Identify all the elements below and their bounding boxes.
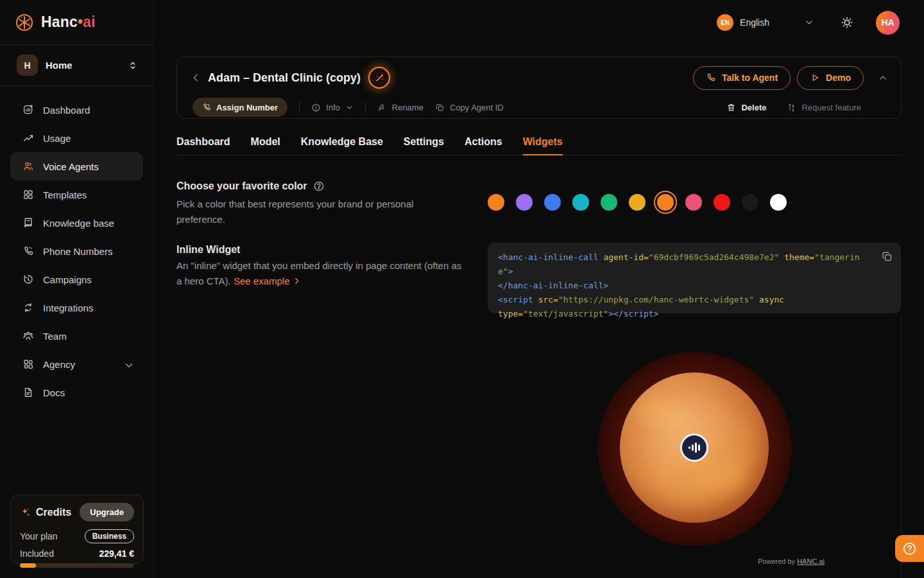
sidebar-item-label: Templates (43, 189, 87, 200)
history-icon (22, 274, 34, 285)
sidebar-item-label: Usage (43, 133, 71, 144)
see-example-link[interactable]: See example (234, 276, 301, 286)
chevron-down-icon (804, 17, 814, 28)
chevron-down-icon (123, 360, 133, 369)
select-arrows-icon (128, 60, 138, 71)
powered-by-link[interactable]: HANC.ai (797, 557, 825, 565)
credits-title: Credits (20, 507, 71, 518)
embed-code-lines: <hanc-ai-inline-call agent-id="69dcbf969… (498, 250, 873, 321)
help-fab-button[interactable] (895, 535, 924, 562)
tab-dashboard[interactable]: Dashboard (176, 136, 230, 155)
voice-agents-icon (22, 161, 34, 172)
usage-icon (22, 132, 34, 144)
upgrade-button[interactable]: Upgrade (80, 503, 134, 521)
color-swatch-orange[interactable] (488, 194, 504, 211)
copy-icon (435, 103, 445, 112)
color-swatch-green[interactable] (601, 194, 617, 211)
dashboard-icon (22, 104, 34, 116)
back-chevron-icon[interactable] (190, 72, 201, 83)
sidebar-item-label: Team (43, 331, 67, 342)
talk-to-agent-button[interactable]: Talk to Agent (693, 66, 791, 90)
color-swatch-purple[interactable] (516, 194, 533, 211)
app-frame: Hanc•ai H Home DashboardUsageVoice Agent… (0, 0, 924, 578)
sidebar-item-team[interactable]: Team (10, 322, 143, 350)
templates-icon (22, 189, 34, 200)
sidebar: Hanc•ai H Home DashboardUsageVoice Agent… (0, 0, 154, 578)
workspace-name: Home (46, 60, 120, 71)
powered-by: Powered by HANC.ai (758, 557, 825, 565)
brand-logo[interactable]: Hanc•ai (0, 0, 153, 45)
phone-call-icon (706, 73, 716, 83)
sidebar-item-docs[interactable]: Docs (10, 378, 143, 407)
sparkle-icon (20, 507, 31, 518)
help-question-icon[interactable] (313, 180, 325, 192)
delete-button[interactable]: Delete (726, 103, 766, 112)
color-swatch-teal[interactable] (572, 194, 589, 211)
copy-agent-id-button[interactable]: Copy Agent ID (435, 103, 504, 112)
tab-widgets[interactable]: Widgets (523, 136, 563, 155)
tab-model[interactable]: Model (251, 136, 280, 155)
info-button[interactable]: Info (311, 103, 354, 112)
sidebar-item-voice-agents[interactable]: Voice Agents (10, 152, 143, 180)
color-swatches (488, 194, 787, 211)
sidebar-item-campaigns[interactable]: Campaigns (10, 265, 143, 293)
sidebar-item-label: Voice Agents (43, 161, 99, 172)
sidebar-item-label: Knowledge base (43, 218, 114, 229)
copy-code-icon[interactable] (881, 250, 893, 263)
code-line: type="text/javascript"></script> (498, 307, 873, 321)
trash-icon (726, 103, 736, 112)
color-swatch-white[interactable] (770, 194, 787, 211)
sidebar-item-templates[interactable]: Templates (10, 180, 143, 209)
citrus-logo-icon (14, 12, 35, 33)
credits-progress-fill (20, 563, 36, 568)
magic-wand-badge[interactable] (368, 67, 390, 89)
code-line: </hanc-ai-inline-call> (498, 279, 873, 293)
credits-card: Credits Upgrade Your plan Business Inclu… (10, 495, 144, 564)
agent-header-card: Adam – Dental Clinic (copy) Talk to Agen… (176, 57, 902, 119)
agent-title: Adam – Dental Clinic (copy) (208, 71, 361, 85)
color-swatch-tangerine[interactable] (657, 194, 674, 211)
theme-toggle-sun-icon[interactable] (840, 15, 854, 30)
tab-actions[interactable]: Actions (465, 136, 502, 155)
color-swatch-amber[interactable] (629, 194, 646, 211)
agent-tabs: DashboardModelKnowledge BaseSettingsActi… (176, 136, 902, 155)
tab-knowledge-base[interactable]: Knowledge Base (301, 136, 383, 155)
play-icon (810, 73, 820, 83)
sidebar-item-phone-numbers[interactable]: Phone Numbers (10, 237, 143, 265)
assign-number-button[interactable]: Assign Number (193, 98, 287, 117)
rename-button[interactable]: Rename (377, 103, 424, 112)
tab-settings[interactable]: Settings (404, 136, 444, 155)
sidebar-item-label: Dashboard (43, 105, 90, 116)
sidebar-item-knowledge-base[interactable]: Knowledge base (10, 209, 143, 237)
color-swatch-blue[interactable] (544, 194, 561, 211)
color-swatch-black[interactable] (742, 194, 758, 211)
workspace-selector[interactable]: H Home (0, 45, 153, 86)
collapse-chevron-up-icon[interactable] (878, 73, 888, 83)
sidebar-item-label: Agency (43, 359, 75, 370)
sidebar-item-integrations[interactable]: Integrations (10, 293, 143, 322)
request-feature-button[interactable]: Request feature (787, 103, 861, 112)
sidebar-item-agency[interactable]: Agency (10, 350, 143, 378)
inline-widget-title: Inline Widget (176, 244, 240, 256)
workspace-avatar: H (17, 55, 38, 76)
request-feature-icon (787, 103, 796, 112)
language-badge: EN (717, 14, 733, 31)
user-avatar[interactable]: HA (876, 11, 900, 35)
sidebar-item-label: Integrations (43, 302, 93, 313)
voice-call-button[interactable] (680, 434, 708, 462)
team-icon (22, 330, 34, 342)
divider (299, 101, 300, 113)
demo-button[interactable]: Demo (797, 66, 864, 90)
language-selector[interactable]: EN English (717, 14, 814, 31)
sidebar-item-label: Campaigns (43, 274, 92, 285)
code-line: <script src="https://unpkg.com/hanc-webr… (498, 293, 873, 307)
chevron-down-icon (345, 103, 354, 112)
color-swatch-red[interactable] (714, 194, 730, 211)
divider (365, 101, 366, 113)
waveform-icon (689, 446, 690, 449)
color-swatch-pink[interactable] (685, 194, 702, 211)
agency-icon (22, 358, 34, 370)
chevron-right-icon (293, 277, 301, 285)
sidebar-item-usage[interactable]: Usage (10, 124, 143, 152)
sidebar-item-dashboard[interactable]: Dashboard (10, 96, 143, 124)
